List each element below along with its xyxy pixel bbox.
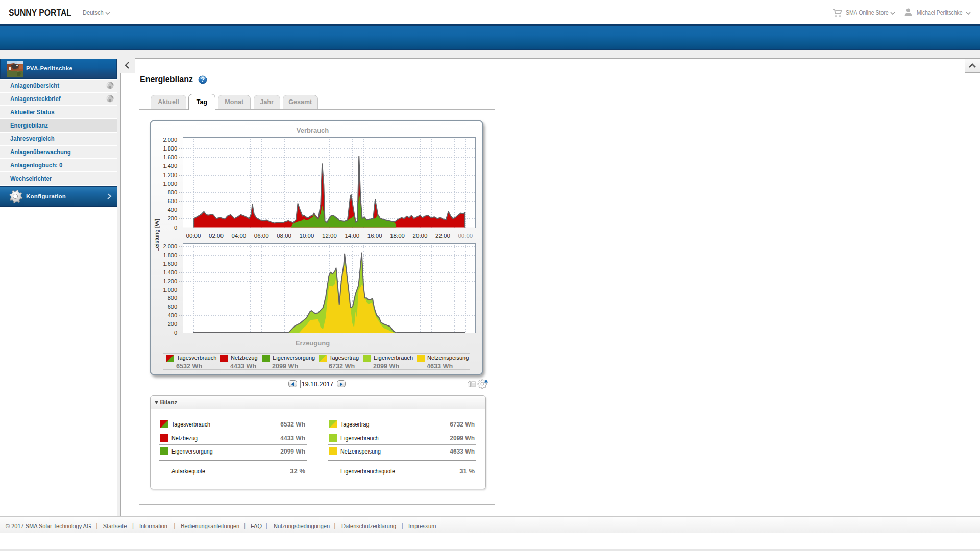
svg-text:18:00: 18:00 xyxy=(390,233,405,239)
svg-text:Leistung [W]: Leistung [W] xyxy=(154,219,160,252)
svg-text:?: ? xyxy=(201,76,205,83)
svg-text:20:00: 20:00 xyxy=(413,233,428,239)
svg-text:400: 400 xyxy=(168,312,177,318)
svg-text:800: 800 xyxy=(168,189,177,195)
svg-text:1.600: 1.600 xyxy=(163,261,177,267)
svg-text:1.800: 1.800 xyxy=(163,252,177,258)
svg-text:1.800: 1.800 xyxy=(163,145,177,152)
svg-text:1.600: 1.600 xyxy=(163,154,177,160)
svg-text:1.000: 1.000 xyxy=(163,287,177,293)
svg-text:200: 200 xyxy=(168,215,177,221)
svg-text:2.000: 2.000 xyxy=(163,137,177,143)
svg-text:08:00: 08:00 xyxy=(277,233,291,239)
svg-text:2.000: 2.000 xyxy=(163,243,177,249)
svg-text:02:00: 02:00 xyxy=(209,233,224,239)
svg-text:1.000: 1.000 xyxy=(163,181,177,187)
svg-text:0: 0 xyxy=(174,224,177,231)
svg-text:00:00: 00:00 xyxy=(458,233,473,239)
svg-text:1.200: 1.200 xyxy=(163,278,177,284)
svg-text:800: 800 xyxy=(168,295,177,301)
svg-text:600: 600 xyxy=(168,198,177,204)
svg-text:1.400: 1.400 xyxy=(163,269,177,276)
svg-text:400: 400 xyxy=(168,207,177,213)
svg-text:06:00: 06:00 xyxy=(254,233,269,239)
svg-text:1.200: 1.200 xyxy=(163,172,177,178)
svg-text:1.400: 1.400 xyxy=(163,163,177,169)
svg-text:10:00: 10:00 xyxy=(300,233,314,239)
svg-text:600: 600 xyxy=(168,304,177,310)
svg-text:0: 0 xyxy=(174,330,177,336)
svg-text:200: 200 xyxy=(168,321,177,327)
svg-text:22:00: 22:00 xyxy=(435,233,450,239)
svg-text:00:00: 00:00 xyxy=(186,233,201,239)
svg-text:04:00: 04:00 xyxy=(231,233,246,239)
svg-text:12:00: 12:00 xyxy=(322,233,337,239)
svg-text:14:00: 14:00 xyxy=(345,233,359,239)
svg-text:16:00: 16:00 xyxy=(368,233,382,239)
